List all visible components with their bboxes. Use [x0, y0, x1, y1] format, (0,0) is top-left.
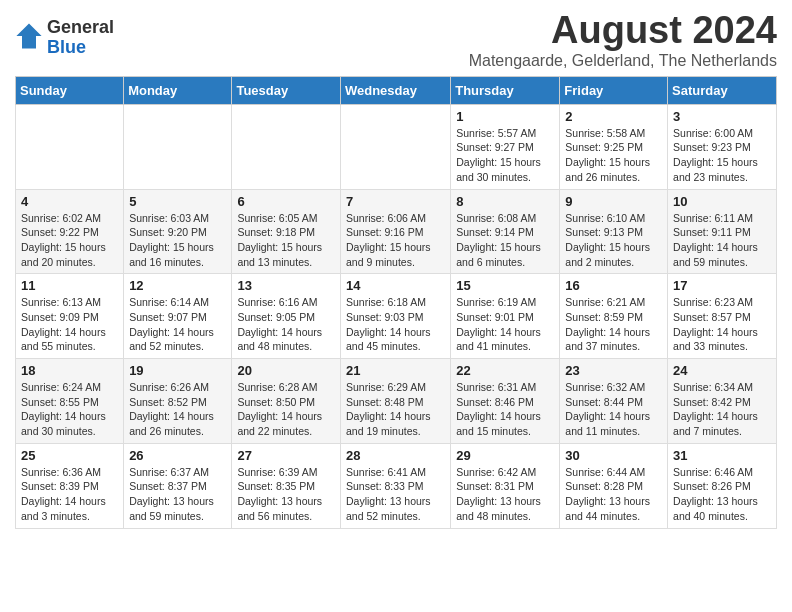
day-number: 25: [21, 448, 118, 463]
logo-general: General: [47, 18, 114, 38]
day-info: Sunrise: 6:02 AM Sunset: 9:22 PM Dayligh…: [21, 211, 118, 270]
day-info: Sunrise: 6:06 AM Sunset: 9:16 PM Dayligh…: [346, 211, 445, 270]
day-number: 5: [129, 194, 226, 209]
calendar-cell: 11Sunrise: 6:13 AM Sunset: 9:09 PM Dayli…: [16, 274, 124, 359]
calendar-cell: 15Sunrise: 6:19 AM Sunset: 9:01 PM Dayli…: [451, 274, 560, 359]
svg-marker-0: [16, 23, 41, 48]
day-info: Sunrise: 6:34 AM Sunset: 8:42 PM Dayligh…: [673, 380, 771, 439]
day-info: Sunrise: 6:23 AM Sunset: 8:57 PM Dayligh…: [673, 295, 771, 354]
weekday-header: Saturday: [668, 76, 777, 104]
day-number: 23: [565, 363, 662, 378]
logo: General Blue: [15, 18, 114, 58]
day-info: Sunrise: 6:24 AM Sunset: 8:55 PM Dayligh…: [21, 380, 118, 439]
calendar-week-row: 25Sunrise: 6:36 AM Sunset: 8:39 PM Dayli…: [16, 443, 777, 528]
day-info: Sunrise: 6:46 AM Sunset: 8:26 PM Dayligh…: [673, 465, 771, 524]
day-info: Sunrise: 6:05 AM Sunset: 9:18 PM Dayligh…: [237, 211, 335, 270]
calendar-cell: 16Sunrise: 6:21 AM Sunset: 8:59 PM Dayli…: [560, 274, 668, 359]
day-number: 28: [346, 448, 445, 463]
day-info: Sunrise: 6:08 AM Sunset: 9:14 PM Dayligh…: [456, 211, 554, 270]
day-number: 18: [21, 363, 118, 378]
day-info: Sunrise: 6:37 AM Sunset: 8:37 PM Dayligh…: [129, 465, 226, 524]
day-number: 17: [673, 278, 771, 293]
day-info: Sunrise: 6:36 AM Sunset: 8:39 PM Dayligh…: [21, 465, 118, 524]
calendar-cell: [232, 104, 341, 189]
day-number: 31: [673, 448, 771, 463]
calendar-cell: 10Sunrise: 6:11 AM Sunset: 9:11 PM Dayli…: [668, 189, 777, 274]
day-number: 24: [673, 363, 771, 378]
day-number: 2: [565, 109, 662, 124]
day-info: Sunrise: 6:29 AM Sunset: 8:48 PM Dayligh…: [346, 380, 445, 439]
day-number: 9: [565, 194, 662, 209]
day-info: Sunrise: 6:41 AM Sunset: 8:33 PM Dayligh…: [346, 465, 445, 524]
day-info: Sunrise: 5:58 AM Sunset: 9:25 PM Dayligh…: [565, 126, 662, 185]
day-info: Sunrise: 6:31 AM Sunset: 8:46 PM Dayligh…: [456, 380, 554, 439]
calendar-cell: 25Sunrise: 6:36 AM Sunset: 8:39 PM Dayli…: [16, 443, 124, 528]
day-number: 19: [129, 363, 226, 378]
day-number: 21: [346, 363, 445, 378]
calendar-cell: [340, 104, 450, 189]
calendar-cell: 12Sunrise: 6:14 AM Sunset: 9:07 PM Dayli…: [124, 274, 232, 359]
day-info: Sunrise: 6:28 AM Sunset: 8:50 PM Dayligh…: [237, 380, 335, 439]
calendar-week-row: 11Sunrise: 6:13 AM Sunset: 9:09 PM Dayli…: [16, 274, 777, 359]
day-info: Sunrise: 6:42 AM Sunset: 8:31 PM Dayligh…: [456, 465, 554, 524]
day-info: Sunrise: 6:32 AM Sunset: 8:44 PM Dayligh…: [565, 380, 662, 439]
day-info: Sunrise: 6:03 AM Sunset: 9:20 PM Dayligh…: [129, 211, 226, 270]
day-info: Sunrise: 6:21 AM Sunset: 8:59 PM Dayligh…: [565, 295, 662, 354]
calendar-cell: 29Sunrise: 6:42 AM Sunset: 8:31 PM Dayli…: [451, 443, 560, 528]
day-info: Sunrise: 6:44 AM Sunset: 8:28 PM Dayligh…: [565, 465, 662, 524]
calendar-cell: 6Sunrise: 6:05 AM Sunset: 9:18 PM Daylig…: [232, 189, 341, 274]
calendar-cell: 21Sunrise: 6:29 AM Sunset: 8:48 PM Dayli…: [340, 359, 450, 444]
calendar: SundayMondayTuesdayWednesdayThursdayFrid…: [15, 76, 777, 529]
day-number: 4: [21, 194, 118, 209]
day-number: 26: [129, 448, 226, 463]
calendar-cell: 7Sunrise: 6:06 AM Sunset: 9:16 PM Daylig…: [340, 189, 450, 274]
calendar-cell: 18Sunrise: 6:24 AM Sunset: 8:55 PM Dayli…: [16, 359, 124, 444]
calendar-cell: 4Sunrise: 6:02 AM Sunset: 9:22 PM Daylig…: [16, 189, 124, 274]
weekday-header: Sunday: [16, 76, 124, 104]
weekday-header: Thursday: [451, 76, 560, 104]
header: General Blue August 2024 Matengaarde, Ge…: [15, 10, 777, 70]
day-info: Sunrise: 6:14 AM Sunset: 9:07 PM Dayligh…: [129, 295, 226, 354]
day-info: Sunrise: 5:57 AM Sunset: 9:27 PM Dayligh…: [456, 126, 554, 185]
logo-blue: Blue: [47, 38, 114, 58]
day-info: Sunrise: 6:13 AM Sunset: 9:09 PM Dayligh…: [21, 295, 118, 354]
calendar-cell: [16, 104, 124, 189]
day-info: Sunrise: 6:16 AM Sunset: 9:05 PM Dayligh…: [237, 295, 335, 354]
day-number: 10: [673, 194, 771, 209]
day-number: 20: [237, 363, 335, 378]
calendar-cell: 2Sunrise: 5:58 AM Sunset: 9:25 PM Daylig…: [560, 104, 668, 189]
calendar-cell: 14Sunrise: 6:18 AM Sunset: 9:03 PM Dayli…: [340, 274, 450, 359]
calendar-cell: 20Sunrise: 6:28 AM Sunset: 8:50 PM Dayli…: [232, 359, 341, 444]
day-number: 30: [565, 448, 662, 463]
day-info: Sunrise: 6:10 AM Sunset: 9:13 PM Dayligh…: [565, 211, 662, 270]
calendar-cell: 23Sunrise: 6:32 AM Sunset: 8:44 PM Dayli…: [560, 359, 668, 444]
calendar-cell: 26Sunrise: 6:37 AM Sunset: 8:37 PM Dayli…: [124, 443, 232, 528]
calendar-cell: 3Sunrise: 6:00 AM Sunset: 9:23 PM Daylig…: [668, 104, 777, 189]
title-area: August 2024 Matengaarde, Gelderland, The…: [469, 10, 777, 70]
day-number: 14: [346, 278, 445, 293]
logo-text: General Blue: [47, 18, 114, 58]
logo-icon: [15, 22, 43, 50]
calendar-cell: [124, 104, 232, 189]
subtitle: Matengaarde, Gelderland, The Netherlands: [469, 52, 777, 70]
day-number: 29: [456, 448, 554, 463]
calendar-cell: 5Sunrise: 6:03 AM Sunset: 9:20 PM Daylig…: [124, 189, 232, 274]
day-number: 27: [237, 448, 335, 463]
day-number: 13: [237, 278, 335, 293]
calendar-cell: 1Sunrise: 5:57 AM Sunset: 9:27 PM Daylig…: [451, 104, 560, 189]
month-title: August 2024: [469, 10, 777, 52]
calendar-week-row: 18Sunrise: 6:24 AM Sunset: 8:55 PM Dayli…: [16, 359, 777, 444]
day-number: 11: [21, 278, 118, 293]
calendar-cell: 24Sunrise: 6:34 AM Sunset: 8:42 PM Dayli…: [668, 359, 777, 444]
weekday-header-row: SundayMondayTuesdayWednesdayThursdayFrid…: [16, 76, 777, 104]
weekday-header: Monday: [124, 76, 232, 104]
day-number: 3: [673, 109, 771, 124]
day-number: 15: [456, 278, 554, 293]
day-number: 16: [565, 278, 662, 293]
day-number: 6: [237, 194, 335, 209]
calendar-cell: 28Sunrise: 6:41 AM Sunset: 8:33 PM Dayli…: [340, 443, 450, 528]
weekday-header: Tuesday: [232, 76, 341, 104]
calendar-week-row: 1Sunrise: 5:57 AM Sunset: 9:27 PM Daylig…: [16, 104, 777, 189]
day-info: Sunrise: 6:19 AM Sunset: 9:01 PM Dayligh…: [456, 295, 554, 354]
day-number: 22: [456, 363, 554, 378]
